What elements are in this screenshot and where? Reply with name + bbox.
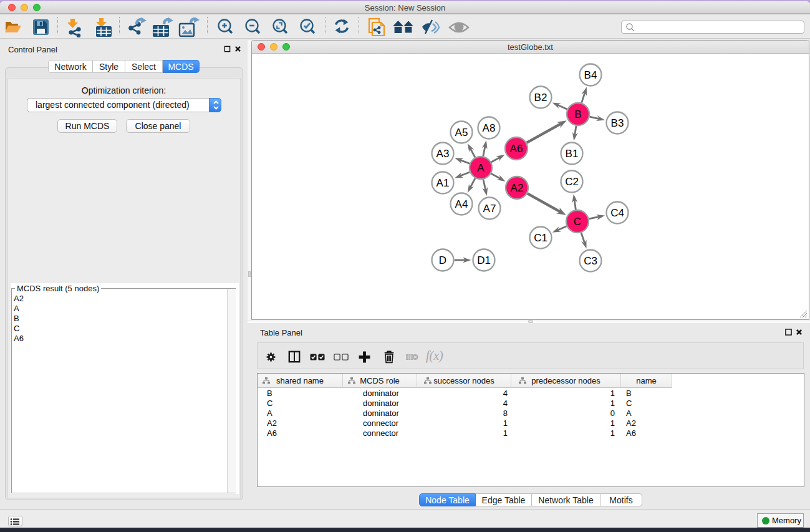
svg-text:D: D [439,254,446,266]
svg-text:B2: B2 [534,92,547,104]
svg-text:B: B [574,109,581,120]
svg-text:A1: A1 [436,177,450,189]
svg-text:A8: A8 [483,122,496,134]
svg-text:C4: C4 [610,207,624,219]
svg-text:A3: A3 [436,148,450,160]
svg-text:D1: D1 [477,254,491,266]
svg-text:B1: B1 [566,148,579,160]
svg-text:B4: B4 [584,69,597,81]
svg-text:A6: A6 [510,143,523,155]
svg-text:C2: C2 [565,176,579,188]
svg-text:A2: A2 [511,182,524,194]
svg-text:A7: A7 [483,203,496,215]
svg-text:B3: B3 [611,117,624,129]
svg-text:C3: C3 [584,255,597,267]
svg-text:A5: A5 [455,127,468,138]
svg-text:A: A [477,162,485,174]
svg-text:C1: C1 [534,232,547,244]
svg-text:A4: A4 [455,198,468,210]
svg-text:C: C [574,216,581,228]
